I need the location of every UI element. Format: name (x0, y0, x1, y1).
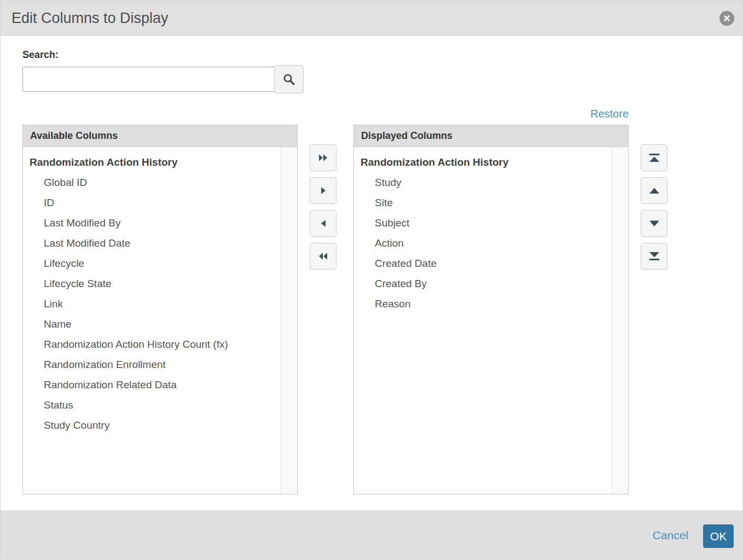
list-item[interactable]: Global ID (23, 172, 297, 192)
list-item[interactable]: Link (23, 294, 297, 314)
move-to-bottom-icon (648, 252, 660, 261)
list-item[interactable]: Study (354, 172, 628, 192)
dialog-titlebar: Edit Columns to Display (1, 1, 743, 36)
displayed-columns-panel: Displayed Columns Randomization Action H… (353, 125, 629, 494)
displayed-columns-header: Displayed Columns (354, 125, 628, 147)
move-up-button[interactable] (641, 177, 667, 204)
displayed-items: StudySiteSubjectActionCreated DateCreate… (354, 172, 628, 314)
search-icon (282, 73, 296, 86)
list-item[interactable]: Subject (354, 213, 628, 233)
displayed-columns-list: Randomization Action History StudySiteSu… (354, 147, 628, 494)
move-all-left-button[interactable] (310, 243, 336, 270)
list-item[interactable]: Last Modified Date (23, 233, 297, 253)
list-item[interactable]: Created Date (354, 253, 628, 273)
available-scrollbar-track[interactable] (281, 147, 297, 494)
available-columns-list: Randomization Action History Global IDID… (23, 147, 297, 494)
list-item[interactable]: Created By (354, 273, 628, 294)
list-item[interactable]: Status (23, 395, 297, 415)
arrow-left-icon (320, 219, 327, 228)
search-input[interactable] (22, 67, 275, 92)
list-item[interactable]: Last Modified By (23, 213, 297, 233)
list-item[interactable]: Name (23, 314, 297, 334)
list-group-header[interactable]: Randomization Action History (23, 152, 297, 172)
list-group-header[interactable]: Randomization Action History (354, 152, 628, 172)
search-button[interactable] (274, 65, 304, 94)
move-all-right-button[interactable] (310, 144, 336, 171)
double-arrow-right-icon (318, 153, 328, 162)
displayed-scrollbar-track[interactable] (612, 147, 628, 494)
move-up-icon (648, 188, 660, 194)
list-item[interactable]: Reason (354, 294, 628, 314)
list-item[interactable]: Randomization Enrollment (23, 354, 297, 375)
cancel-button[interactable]: Cancel (653, 510, 688, 560)
available-columns-panel: Available Columns Randomization Action H… (22, 125, 298, 494)
list-item[interactable]: Randomization Related Data (23, 375, 297, 395)
available-columns-header: Available Columns (23, 125, 297, 147)
move-to-top-button[interactable] (641, 144, 667, 171)
move-to-bottom-button[interactable] (641, 243, 667, 270)
close-button[interactable] (719, 11, 734, 26)
move-down-button[interactable] (641, 210, 667, 237)
list-item[interactable]: Lifecycle State (23, 273, 297, 294)
dialog-footer: Cancel OK (1, 510, 743, 560)
available-items: Global IDIDLast Modified ByLast Modified… (23, 172, 297, 435)
move-down-icon (648, 220, 660, 227)
edit-columns-dialog: Edit Columns to Display Search: Restore … (0, 0, 743, 560)
list-item[interactable]: Randomization Action History Count (fx) (23, 334, 297, 354)
move-to-top-icon (648, 153, 660, 162)
dialog-title: Edit Columns to Display (11, 1, 169, 36)
list-item[interactable]: ID (23, 192, 297, 213)
move-right-button[interactable] (310, 177, 336, 204)
list-item[interactable]: Site (354, 192, 628, 213)
close-icon (723, 15, 730, 22)
double-arrow-left-icon (318, 252, 328, 261)
ok-button[interactable]: OK (703, 524, 734, 548)
move-left-button[interactable] (310, 210, 336, 237)
restore-link[interactable]: Restore (353, 108, 629, 120)
arrow-right-icon (320, 186, 327, 195)
list-item[interactable]: Lifecycle (23, 253, 297, 273)
search-label: Search: (22, 49, 59, 61)
list-item[interactable]: Study Country (23, 415, 297, 435)
list-item[interactable]: Action (354, 233, 628, 253)
